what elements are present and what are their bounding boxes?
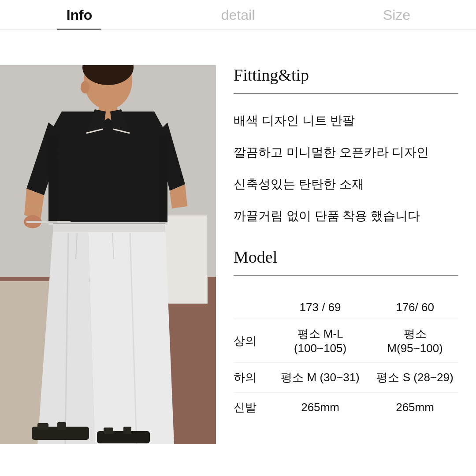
row2-label: 하의 — [234, 363, 269, 393]
fitting-divider — [234, 93, 458, 94]
fitting-tips-section: Fitting&tip 배색 디자인 니트 반팔 깔끔하고 미니멀한 오픈카라 … — [234, 65, 458, 225]
fitting-title: Fitting&tip — [234, 65, 458, 85]
svg-rect-24 — [159, 135, 167, 223]
svg-rect-18 — [37, 423, 48, 430]
tab-info[interactable]: Info — [0, 7, 159, 30]
row3-col2: 265mm — [372, 393, 458, 423]
svg-rect-19 — [57, 422, 66, 430]
svg-rect-11 — [53, 223, 165, 232]
tab-bar: Info detail Size — [0, 0, 476, 30]
svg-rect-23 — [48, 135, 57, 223]
model-section: Model 173 / 69 176/ 60 상의 평소 M-L (100~10… — [234, 247, 458, 422]
product-image-area — [0, 65, 216, 444]
header-label-col — [234, 294, 269, 319]
table-row: 상의 평소 M-L (100~105) 평소 M(95~100) — [234, 319, 458, 363]
tab-detail[interactable]: detail — [159, 7, 317, 30]
model-header-row: 173 / 69 176/ 60 — [234, 294, 458, 319]
row3-label: 신발 — [234, 393, 269, 423]
header-col1: 173 / 69 — [269, 294, 372, 319]
model-svg — [0, 65, 216, 444]
model-divider — [234, 275, 458, 276]
row1-col1: 평소 M-L (100~105) — [269, 319, 372, 363]
tip-3: 신축성있는 탄탄한 소재 — [234, 175, 458, 193]
info-panel: Fitting&tip 배색 디자인 니트 반팔 깔끔하고 미니멀한 오픈카라 … — [216, 65, 476, 458]
svg-rect-12 — [53, 223, 165, 224]
row1-label: 상의 — [234, 319, 269, 363]
model-title: Model — [234, 247, 458, 267]
product-image — [0, 65, 216, 444]
table-row: 하의 평소 M (30~31) 평소 S (28~29) — [234, 363, 458, 393]
svg-point-6 — [81, 81, 89, 93]
tip-4: 까끌거림 없이 단품 착용 했습니다 — [234, 207, 458, 225]
main-content: Fitting&tip 배색 디자인 니트 반팔 깔끔하고 미니멀한 오픈카라 … — [0, 30, 476, 476]
tip-2: 깔끔하고 미니멀한 오픈카라 디자인 — [234, 143, 458, 162]
table-row: 신발 265mm 265mm — [234, 393, 458, 423]
tip-1: 배색 디자인 니트 반팔 — [234, 112, 458, 130]
header-col2: 176/ 60 — [372, 294, 458, 319]
tab-size[interactable]: Size — [317, 7, 476, 30]
row2-col2: 평소 S (28~29) — [372, 363, 458, 393]
model-table: 173 / 69 176/ 60 상의 평소 M-L (100~105) 평소 … — [234, 294, 458, 422]
row3-col1: 265mm — [269, 393, 372, 423]
row2-col1: 평소 M (30~31) — [269, 363, 372, 393]
svg-rect-22 — [123, 427, 131, 434]
model-figure — [0, 65, 216, 444]
svg-rect-21 — [104, 428, 113, 434]
row1-col2: 평소 M(95~100) — [372, 319, 458, 363]
